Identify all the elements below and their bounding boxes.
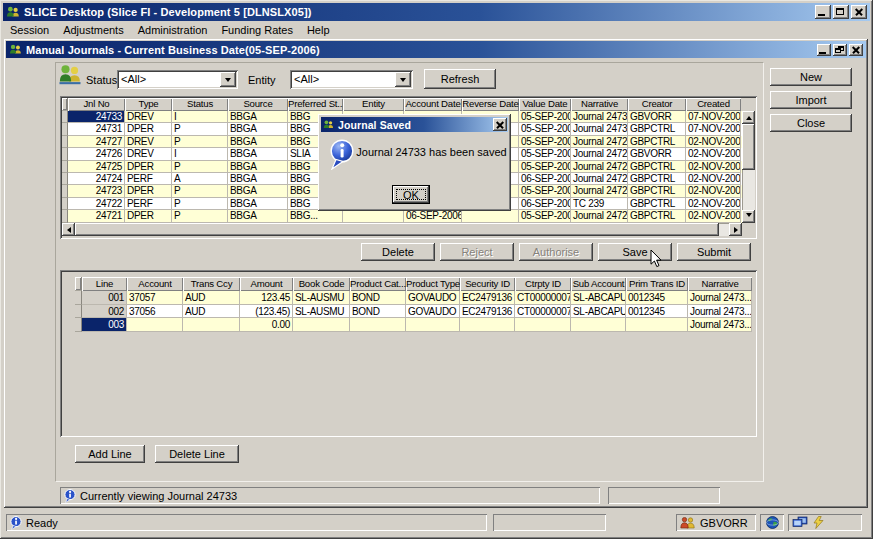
column-header-creator[interactable]: Creator bbox=[628, 98, 686, 111]
cell-created[interactable]: 02-NOV-200... bbox=[686, 136, 741, 148]
side-button-close[interactable]: Close bbox=[770, 114, 852, 132]
cell-creator[interactable]: GBPCTRL bbox=[628, 173, 686, 185]
cell-source[interactable]: BBGA bbox=[228, 111, 288, 123]
cell-product-cat[interactable] bbox=[350, 318, 406, 332]
column-header-trans-ccy[interactable]: Trans Ccy bbox=[183, 277, 240, 291]
cell-created[interactable]: 02-NOV-200... bbox=[686, 161, 741, 173]
cell-line[interactable]: 003 bbox=[82, 318, 127, 332]
column-header-sub-account[interactable]: Sub Account bbox=[571, 277, 626, 291]
cell-source[interactable]: BBGA bbox=[228, 198, 288, 210]
cell-type[interactable]: DPER bbox=[125, 185, 172, 197]
cell-created[interactable]: 02-NOV-200... bbox=[686, 173, 741, 185]
cell-source[interactable]: BBGA bbox=[228, 123, 288, 135]
column-header-product-type[interactable]: Product Type bbox=[406, 277, 460, 291]
cell-account[interactable] bbox=[127, 318, 183, 332]
cell-narrative[interactable]: Journal 2473... bbox=[571, 111, 628, 123]
cell-ctrpty-id[interactable] bbox=[515, 318, 571, 332]
cell-prim-trans-id[interactable]: 0012345 bbox=[626, 305, 688, 319]
status-filter-combobox[interactable]: <All> bbox=[117, 70, 238, 89]
cell-value-date[interactable]: 05-SEP-2006 bbox=[519, 136, 571, 148]
cell-value-date[interactable]: 05-SEP-2006 bbox=[519, 161, 571, 173]
column-header-narrative[interactable]: Narrative bbox=[688, 277, 752, 291]
cell-narrative[interactable]: Journal 2472... bbox=[571, 185, 628, 197]
cell-book-code[interactable]: SL-AUSMU bbox=[293, 291, 350, 305]
cell-line[interactable]: 001 bbox=[82, 291, 127, 305]
cell-account[interactable]: 37057 bbox=[127, 291, 183, 305]
cell-amount[interactable]: (123.45) bbox=[240, 305, 293, 319]
cell-preferred-st[interactable]: BBG... bbox=[288, 210, 343, 222]
minimize-button[interactable] bbox=[815, 5, 831, 19]
scroll-left-button[interactable] bbox=[62, 223, 75, 236]
scrollbar-thumb[interactable] bbox=[742, 124, 755, 170]
cell-jnl-no[interactable]: 24731 bbox=[68, 123, 125, 135]
cell-narrative[interactable]: Journal 2472... bbox=[571, 210, 628, 222]
cell-narrative[interactable]: TC 239 bbox=[571, 198, 628, 210]
cell-created[interactable]: 02-NOV-200... bbox=[686, 148, 741, 160]
cell-status[interactable]: P bbox=[172, 210, 228, 222]
column-header-amount[interactable]: Amount bbox=[240, 277, 293, 291]
line-button-add-line[interactable]: Add Line bbox=[75, 445, 145, 463]
cell-source[interactable]: BBGA bbox=[228, 148, 288, 160]
menu-item-adjustments[interactable]: Adjustments bbox=[56, 21, 131, 39]
dropdown-button[interactable] bbox=[395, 72, 411, 87]
cell-narrative[interactable]: Journal 2472... bbox=[571, 136, 628, 148]
entity-filter-combobox[interactable]: <All> bbox=[290, 70, 413, 89]
column-header-security-id[interactable]: Security ID bbox=[460, 277, 515, 291]
cell-narrative[interactable]: Journal 2472... bbox=[571, 148, 628, 160]
column-header-jnl-no[interactable]: Jnl No bbox=[68, 98, 125, 111]
cell-type[interactable]: DREV bbox=[125, 136, 172, 148]
cell-narrative[interactable]: Journal 2473... bbox=[688, 318, 752, 332]
main-titlebar[interactable]: SLICE Desktop (Slice FI - Development 5 … bbox=[3, 3, 870, 21]
cell-status[interactable]: P bbox=[172, 185, 228, 197]
menu-item-funding-rates[interactable]: Funding Rates bbox=[214, 21, 300, 39]
dialog-titlebar[interactable]: Journal Saved bbox=[321, 117, 508, 132]
dialog-close-button[interactable] bbox=[493, 118, 507, 131]
cell-product-cat[interactable]: BOND bbox=[350, 291, 406, 305]
cell-status[interactable]: I bbox=[172, 111, 228, 123]
cell-product-type[interactable]: GOVAUDO bbox=[406, 291, 460, 305]
cell-jnl-no[interactable]: 24724 bbox=[68, 173, 125, 185]
cell-security-id[interactable] bbox=[460, 318, 515, 332]
column-header-reverse-date[interactable]: Reverse Date bbox=[462, 98, 519, 111]
column-header-value-date[interactable]: Value Date bbox=[519, 98, 571, 111]
column-header-preferred-st[interactable]: Preferred St... bbox=[288, 98, 343, 111]
cell-prim-trans-id[interactable] bbox=[626, 318, 688, 332]
action-button-delete[interactable]: Delete bbox=[361, 243, 435, 261]
cell-status[interactable]: P bbox=[172, 136, 228, 148]
cell-sub-account[interactable] bbox=[571, 318, 626, 332]
cell-status[interactable]: I bbox=[172, 148, 228, 160]
child-restore-button[interactable] bbox=[833, 44, 847, 56]
cell-type[interactable]: PERF bbox=[125, 198, 172, 210]
cell-creator[interactable]: GBPCTRL bbox=[628, 210, 686, 222]
scroll-right-button[interactable] bbox=[729, 223, 742, 236]
cell-creator[interactable]: GBPCTRL bbox=[628, 123, 686, 135]
column-header-created[interactable]: Created bbox=[686, 98, 741, 111]
cell-narrative[interactable]: Journal 2472... bbox=[571, 173, 628, 185]
cell-line[interactable]: 002 bbox=[82, 305, 127, 319]
cell-narrative[interactable]: Journal 2473... bbox=[688, 291, 752, 305]
cell-account[interactable]: 37056 bbox=[127, 305, 183, 319]
cell-source[interactable]: BBGA bbox=[228, 161, 288, 173]
child-close-button[interactable] bbox=[849, 44, 863, 56]
cell-jnl-no[interactable]: 24727 bbox=[68, 136, 125, 148]
cell-type[interactable]: DPER bbox=[125, 123, 172, 135]
row-header-cell[interactable] bbox=[75, 291, 82, 305]
cell-jnl-no[interactable]: 24726 bbox=[68, 148, 125, 160]
cell-amount[interactable]: 0.00 bbox=[240, 318, 293, 332]
cell-value-date[interactable]: 06-SEP-2006 bbox=[519, 198, 571, 210]
cell-trans-ccy[interactable]: AUD bbox=[183, 291, 240, 305]
row-header-cell[interactable] bbox=[75, 318, 82, 332]
cell-account-date[interactable]: 06-SEP-2006 bbox=[404, 210, 462, 222]
column-header-product-cat[interactable]: Product Cat... bbox=[350, 277, 406, 291]
cell-trans-ccy[interactable]: AUD bbox=[183, 305, 240, 319]
cell-sub-account[interactable]: SL-ABCAPUK bbox=[571, 291, 626, 305]
column-header-source[interactable]: Source bbox=[228, 98, 288, 111]
cell-narrative[interactable]: Journal 2472... bbox=[571, 161, 628, 173]
cell-jnl-no[interactable]: 24725 bbox=[68, 161, 125, 173]
vertical-scrollbar[interactable] bbox=[742, 111, 755, 223]
cell-security-id[interactable]: EC2479136 bbox=[460, 305, 515, 319]
scroll-up-button[interactable] bbox=[742, 111, 755, 124]
maximize-button[interactable] bbox=[833, 5, 849, 19]
cell-type[interactable]: DPER bbox=[125, 210, 172, 222]
column-header-status[interactable]: Status bbox=[172, 98, 228, 111]
